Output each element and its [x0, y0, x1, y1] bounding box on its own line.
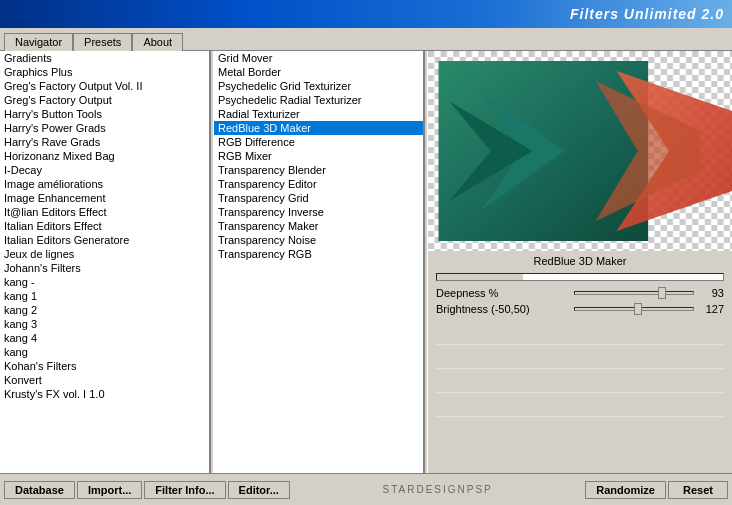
left-list-item[interactable]: Kohan's Filters: [0, 359, 209, 373]
empty-row-4: [436, 397, 724, 417]
deepness-label: Deepness %: [436, 287, 574, 299]
bottom-toolbar: Database Import... Filter Info... Editor…: [0, 473, 732, 505]
filter-name: RedBlue 3D Maker: [428, 251, 732, 271]
reset-button[interactable]: Reset: [668, 481, 728, 499]
left-list-item[interactable]: Konvert: [0, 373, 209, 387]
left-list-item[interactable]: kang 1: [0, 289, 209, 303]
control-row-brightness: Brightness (-50,50) 127: [436, 303, 724, 315]
left-list-item[interactable]: Johann's Filters: [0, 261, 209, 275]
middle-list-item[interactable]: Transparency Noise: [214, 233, 423, 247]
middle-list-item[interactable]: RGB Mixer: [214, 149, 423, 163]
left-list-item[interactable]: I-Decay: [0, 163, 209, 177]
left-list-item[interactable]: Horizonanz Mixed Bag: [0, 149, 209, 163]
filter-info-button[interactable]: Filter Info...: [144, 481, 225, 499]
middle-list-item[interactable]: Transparency Grid: [214, 191, 423, 205]
left-list-item[interactable]: Greg's Factory Output: [0, 93, 209, 107]
randomize-button[interactable]: Randomize: [585, 481, 666, 499]
brightness-slider[interactable]: [574, 307, 694, 311]
left-list-item[interactable]: Italian Editors Generatore: [0, 233, 209, 247]
left-list-item[interactable]: Harry's Button Tools: [0, 107, 209, 121]
left-list-item[interactable]: kang -: [0, 275, 209, 289]
import-button[interactable]: Import...: [77, 481, 142, 499]
deepness-slider[interactable]: [574, 291, 694, 295]
tab-about[interactable]: About: [132, 33, 183, 51]
editor-button[interactable]: Editor...: [228, 481, 290, 499]
left-list-item[interactable]: Graphics Plus: [0, 65, 209, 79]
middle-list-item[interactable]: RGB Difference: [214, 135, 423, 149]
left-list-item[interactable]: Image Enhancement: [0, 191, 209, 205]
header-title: Filters Unlimited 2.0: [570, 6, 724, 22]
tab-presets[interactable]: Presets: [73, 33, 132, 51]
left-panel: GradientsGraphics PlusGreg's Factory Out…: [0, 51, 210, 473]
left-list-item[interactable]: kang 3: [0, 317, 209, 331]
middle-list-item[interactable]: Radial Texturizer: [214, 107, 423, 121]
brand-label: STARDESIGNPSP: [292, 484, 583, 495]
middle-list-item[interactable]: RedBlue 3D Maker: [214, 121, 423, 135]
tabs-row: Navigator Presets About: [0, 28, 732, 51]
empty-row-3: [436, 373, 724, 393]
middle-list-item[interactable]: Grid Mover: [214, 51, 423, 65]
empty-row-2: [436, 349, 724, 369]
preview-svg: [428, 51, 732, 251]
left-list-item[interactable]: Image améliorations: [0, 177, 209, 191]
database-button[interactable]: Database: [4, 481, 75, 499]
content-area: GradientsGraphics PlusGreg's Factory Out…: [0, 51, 732, 473]
left-list[interactable]: GradientsGraphics PlusGreg's Factory Out…: [0, 51, 209, 473]
middle-list-item[interactable]: Transparency Inverse: [214, 205, 423, 219]
progress-bar[interactable]: [436, 273, 724, 281]
middle-list-item[interactable]: Transparency Blender: [214, 163, 423, 177]
left-list-item[interactable]: Jeux de lignes: [0, 247, 209, 261]
middle-list-item[interactable]: Metal Border: [214, 65, 423, 79]
middle-panel[interactable]: Grid MoverMetal BorderPsychedelic Grid T…: [214, 51, 424, 473]
middle-list-item[interactable]: Transparency Editor: [214, 177, 423, 191]
right-panel: RedBlue 3D Maker Deepness % 93: [428, 51, 732, 473]
left-list-item[interactable]: Gradients: [0, 51, 209, 65]
left-list-item[interactable]: kang: [0, 345, 209, 359]
left-list-item[interactable]: Harry's Rave Grads: [0, 135, 209, 149]
middle-list-item[interactable]: Transparency Maker: [214, 219, 423, 233]
left-list-item[interactable]: kang 4: [0, 331, 209, 345]
left-list-item[interactable]: Harry's Power Grads: [0, 121, 209, 135]
left-list-item[interactable]: Krusty's FX vol. I 1.0: [0, 387, 209, 401]
empty-row-1: [436, 325, 724, 345]
controls-area: Deepness % 93 Brightness (-50,50): [428, 283, 732, 323]
middle-list-item[interactable]: Psychedelic Grid Texturizer: [214, 79, 423, 93]
main-container: Filters Unlimited 2.0 Navigator Presets …: [0, 0, 732, 505]
tab-navigator[interactable]: Navigator: [4, 33, 73, 51]
middle-list-item[interactable]: Psychedelic Radial Texturizer: [214, 93, 423, 107]
control-row-deepness: Deepness % 93: [436, 287, 724, 299]
brightness-value: 127: [694, 303, 724, 315]
header-bar: Filters Unlimited 2.0: [0, 0, 732, 28]
left-list-item[interactable]: Greg's Factory Output Vol. II: [0, 79, 209, 93]
deepness-value: 93: [694, 287, 724, 299]
left-list-item[interactable]: It@lian Editors Effect: [0, 205, 209, 219]
preview-area: [428, 51, 732, 251]
left-list-item[interactable]: kang 2: [0, 303, 209, 317]
left-list-item[interactable]: Italian Editors Effect: [0, 219, 209, 233]
middle-list-item[interactable]: Transparency RGB: [214, 247, 423, 261]
brightness-label: Brightness (-50,50): [436, 303, 574, 315]
